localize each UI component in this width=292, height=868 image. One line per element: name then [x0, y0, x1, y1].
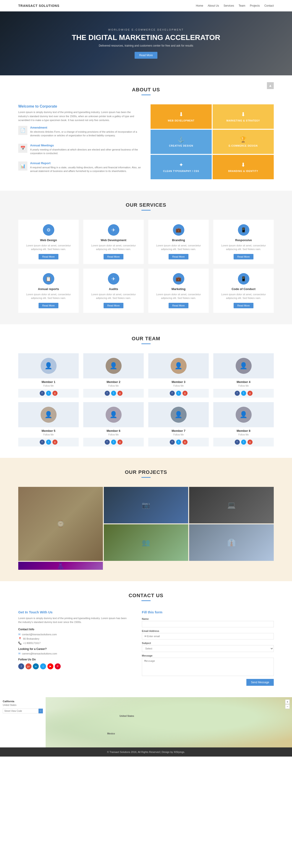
- hero-description: Delivered resources, training and custom…: [99, 44, 193, 47]
- team-fb-5[interactable]: f: [40, 440, 45, 445]
- service-title-2: Web Development: [87, 239, 140, 242]
- service-btn-4[interactable]: Read More: [234, 254, 253, 259]
- project-item-6[interactable]: 👗: [18, 562, 103, 570]
- service-btn-6[interactable]: Read More: [104, 303, 123, 308]
- team-fb-2[interactable]: f: [105, 391, 110, 396]
- team-tw-1[interactable]: t: [46, 391, 51, 396]
- form-submit-row: Send Message: [142, 679, 274, 686]
- nav-team[interactable]: Team: [239, 4, 245, 7]
- nav-about[interactable]: About Us: [208, 4, 219, 7]
- map-zoom-out[interactable]: −: [285, 704, 290, 709]
- team-gp-7[interactable]: g: [183, 440, 188, 445]
- team-gp-3[interactable]: g: [183, 391, 188, 396]
- projects-title: OUR PROJECTS: [18, 469, 274, 478]
- team-role-1: Follow Me: [18, 384, 79, 387]
- service-btn-1[interactable]: Read More: [38, 254, 58, 259]
- nav-contact[interactable]: Contact: [264, 4, 274, 7]
- project-item-2[interactable]: 📷: [104, 487, 188, 523]
- team-tw-8[interactable]: t: [241, 440, 246, 445]
- team-fb-6[interactable]: f: [105, 440, 110, 445]
- about-card-1: ⬇ WEB DEVELOPMENT: [151, 104, 212, 129]
- team-fb-1[interactable]: f: [40, 391, 45, 396]
- social-pinterest[interactable]: P: [55, 663, 61, 669]
- team-tw-3[interactable]: t: [176, 391, 181, 396]
- team-avatar-wrap-5: 👤: [18, 402, 79, 427]
- address-icon: 📍: [18, 637, 22, 640]
- team-gp-1[interactable]: g: [53, 391, 58, 396]
- service-btn-2[interactable]: Read More: [104, 254, 123, 259]
- team-role-2: Follow Me: [83, 384, 144, 387]
- form-subject-select[interactable]: Select: [142, 645, 274, 652]
- team-avatar-5: 👤: [41, 407, 57, 423]
- about-grid: Welcome to Corporate Lorem ipsum is simp…: [18, 104, 274, 179]
- team-gp-2[interactable]: g: [118, 391, 123, 396]
- team-social-1: f t g: [18, 389, 79, 398]
- team-gp-5[interactable]: g: [53, 440, 58, 445]
- service-card-1: ⚙ Web Design Lorem ipsum dolor sit amet,…: [18, 220, 79, 264]
- form-email-input[interactable]: [142, 633, 274, 640]
- project-pattern-4: 👥: [104, 524, 188, 561]
- form-name-input[interactable]: [142, 621, 274, 627]
- social-facebook[interactable]: f: [18, 663, 24, 669]
- team-gp-6[interactable]: g: [118, 440, 123, 445]
- map-search-button[interactable]: ›: [38, 709, 43, 713]
- form-message-label: Message: [142, 654, 274, 657]
- scroll-up-button[interactable]: ▲: [267, 82, 274, 89]
- team-tw-2[interactable]: t: [111, 391, 116, 396]
- about-welcome-text: Lorem ipsum is simply dummy text of the …: [18, 110, 141, 122]
- service-btn-3[interactable]: Read More: [169, 254, 188, 259]
- team-role-3: Follow Me: [148, 384, 209, 387]
- team-fb-7[interactable]: f: [170, 440, 175, 445]
- team-social-4: f t g: [213, 389, 274, 398]
- design-icon: ⚓: [178, 136, 185, 143]
- team-member-3: 👤 Member 3 Follow Me f t g: [148, 353, 209, 398]
- contact-address: 📍 66 Brokandery: [18, 637, 128, 640]
- project-pattern-6: 👗: [18, 562, 103, 570]
- map-placeholder: California United States › United States…: [0, 697, 292, 747]
- team-tw-7[interactable]: t: [176, 440, 181, 445]
- team-gp-8[interactable]: g: [248, 440, 253, 445]
- map-search-input[interactable]: [3, 709, 38, 713]
- team-tw-4[interactable]: t: [241, 391, 246, 396]
- about-cards: ⬇ WEB DEVELOPMENT ⬇ MARKETING & STRATEGY…: [151, 104, 274, 179]
- service-btn-5[interactable]: Read More: [38, 303, 58, 308]
- nav-services[interactable]: Services: [224, 4, 234, 7]
- team-fb-3[interactable]: f: [170, 391, 175, 396]
- nav-projects[interactable]: Projects: [250, 4, 260, 7]
- project-item-1[interactable]: ⌚: [18, 487, 103, 561]
- social-twitter[interactable]: t: [40, 663, 46, 669]
- social-youtube[interactable]: ▶: [47, 663, 53, 669]
- service-icon-5: 📋: [43, 273, 54, 284]
- about-item-1: 📄 Amendment An electronic Articles Form,…: [18, 126, 141, 141]
- team-fb-8[interactable]: f: [235, 440, 240, 445]
- map-zoom-in[interactable]: +: [285, 700, 290, 704]
- contact-section: CONTACT US Get In Touch With Us Lorem ip…: [0, 581, 292, 697]
- report-text: A required annual filing in a state, usu…: [30, 165, 141, 173]
- team-name-4: Member 4: [213, 380, 274, 384]
- service-card-8: 📱 Code of Conduct Lorem ipsum dolor sit …: [213, 269, 274, 313]
- meetings-content: Annual Meetings A yearly meeting of shar…: [30, 144, 141, 159]
- about-card-5-label: CLEAN TYPOGRAPHY / CSS: [163, 170, 199, 173]
- team-fb-4[interactable]: f: [235, 391, 240, 396]
- web-dev-icon: ⬇: [179, 111, 184, 118]
- social-linkedin[interactable]: in: [33, 663, 39, 669]
- team-tw-5[interactable]: t: [46, 440, 51, 445]
- nav-home[interactable]: Home: [196, 4, 203, 7]
- about-card-2-label: MARKETING & STRATEGY: [226, 119, 260, 122]
- team-gp-4[interactable]: g: [248, 391, 253, 396]
- team-tw-6[interactable]: t: [111, 440, 116, 445]
- project-item-5[interactable]: 👔: [189, 524, 274, 561]
- project-item-4[interactable]: 👥: [104, 524, 188, 561]
- form-submit-button[interactable]: Send Message: [247, 679, 274, 686]
- social-google[interactable]: g+: [26, 663, 31, 669]
- service-btn-8[interactable]: Read More: [234, 303, 253, 308]
- team-name-5: Member 5: [18, 429, 79, 433]
- project-item-3[interactable]: 💻: [189, 487, 274, 523]
- about-welcome-title: Welcome to Corporate: [18, 104, 141, 108]
- about-section: ▲ ABOUT US Welcome to Corporate Lorem ip…: [0, 75, 292, 191]
- team-social-2: f t g: [83, 389, 144, 398]
- hero-cta-button[interactable]: Read More: [135, 52, 157, 59]
- form-message-textarea[interactable]: [142, 658, 274, 676]
- map-search: ›: [3, 709, 43, 713]
- service-btn-7[interactable]: Read More: [169, 303, 188, 308]
